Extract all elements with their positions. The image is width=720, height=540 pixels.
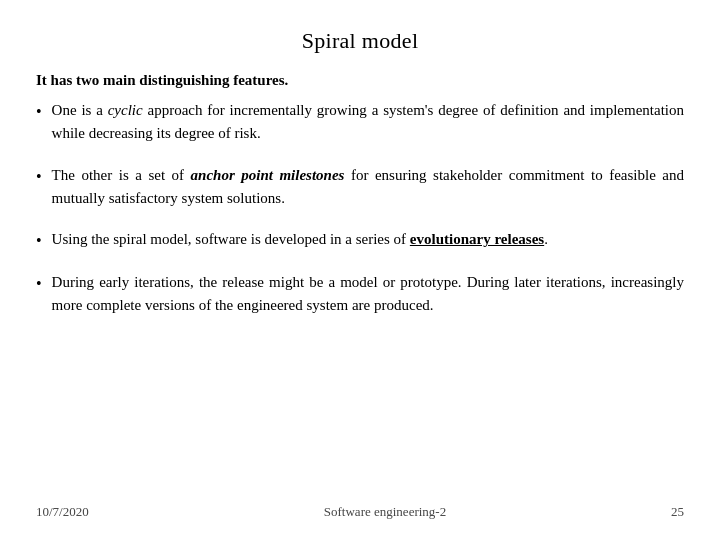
list-item: • During early iterations, the release m… [36, 271, 684, 318]
bullet-dot: • [36, 165, 42, 189]
bullet-list: • One is a cyclic approach for increment… [36, 99, 684, 494]
italic-text: cyclic [108, 102, 143, 118]
bullet-text-1: One is a cyclic approach for incremental… [52, 99, 684, 146]
list-item: • The other is a set of anchor point mil… [36, 164, 684, 211]
footer-course: Software engineering-2 [116, 504, 654, 520]
intro-text: It has two main distinguishing features. [36, 72, 684, 89]
bullet-text-2: The other is a set of anchor point miles… [52, 164, 684, 211]
bullet-text-4: During early iterations, the release mig… [52, 271, 684, 318]
list-item: • Using the spiral model, software is de… [36, 228, 684, 253]
list-item: • One is a cyclic approach for increment… [36, 99, 684, 146]
bold-italic-text: anchor point milestones [191, 167, 345, 183]
bullet-dot: • [36, 229, 42, 253]
footer-page: 25 [654, 504, 684, 520]
bold-underline-text: evolutionary releases [410, 231, 544, 247]
bullet-dot: • [36, 272, 42, 296]
slide: Spiral model It has two main distinguish… [0, 0, 720, 540]
bullet-dot: • [36, 100, 42, 124]
bullet-text-3: Using the spiral model, software is deve… [52, 228, 548, 251]
slide-title: Spiral model [36, 28, 684, 54]
footer: 10/7/2020 Software engineering-2 25 [36, 494, 684, 520]
footer-date: 10/7/2020 [36, 504, 116, 520]
